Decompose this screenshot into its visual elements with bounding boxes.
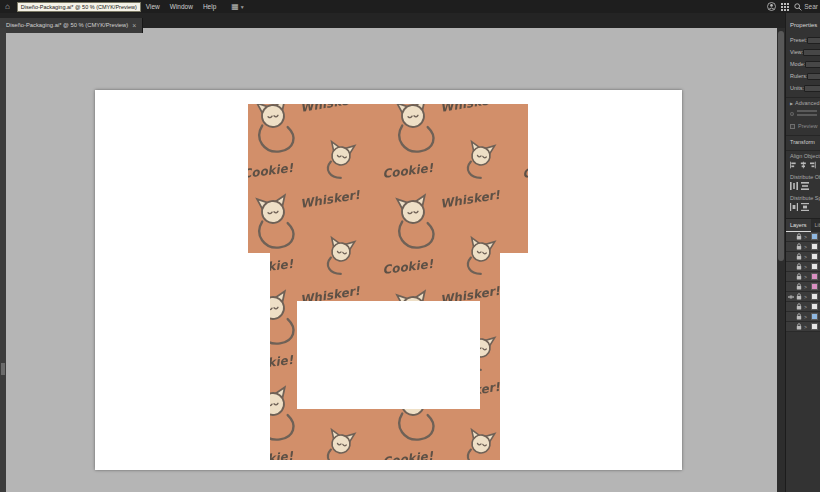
distribute-objects-label: Distribute Objects: — [786, 172, 820, 181]
layer-thumbnail[interactable] — [811, 293, 818, 300]
canvas[interactable]: Whisker! Cookie! — [6, 28, 777, 492]
lock-icon[interactable] — [796, 263, 802, 270]
search-icon[interactable] — [794, 3, 802, 11]
apps-grid-icon[interactable] — [781, 3, 789, 11]
align-left-icon[interactable] — [790, 161, 797, 169]
layer-row[interactable]: > — [786, 252, 820, 262]
layer-thumbnail[interactable] — [811, 233, 818, 240]
distribute-objects-icons — [786, 181, 820, 193]
preset-dropdown[interactable] — [807, 37, 820, 44]
spacing-vertical-icon[interactable] — [801, 203, 809, 211]
artboard[interactable]: Whisker! Cookie! — [95, 90, 682, 470]
home-icon[interactable]: ⌂ — [0, 2, 15, 11]
rulers-dropdown[interactable] — [807, 73, 820, 80]
vertical-scrollbar-thumb[interactable] — [778, 31, 784, 261]
mode-label: Mode: — [790, 61, 805, 67]
document-tab-title: Diseño-Packaging.ai* @ 50 % (CMYK/Previe… — [6, 22, 128, 28]
layer-row[interactable]: > — [786, 232, 820, 242]
workspace-switcher-icon[interactable]: ▦ — [231, 2, 239, 11]
lock-icon[interactable] — [796, 273, 802, 280]
chevron-right-icon[interactable]: > — [804, 314, 807, 320]
tools-dock[interactable] — [0, 28, 6, 492]
layer-thumbnail[interactable] — [811, 313, 818, 320]
layer-row[interactable]: > — [786, 302, 820, 312]
packaging-window-cutout[interactable] — [297, 301, 480, 409]
lock-icon[interactable] — [796, 313, 802, 320]
layer-thumbnail[interactable] — [811, 303, 818, 310]
panel-row-mode: Mode: — [786, 58, 820, 70]
chevron-right-icon[interactable]: > — [804, 294, 807, 300]
layer-row[interactable]: > — [786, 272, 820, 282]
packaging-artwork[interactable]: Whisker! Cookie! — [95, 90, 682, 470]
chevron-right-icon[interactable]: > — [804, 324, 807, 330]
layer-row[interactable]: > — [786, 262, 820, 272]
packaging-top-panel[interactable] — [248, 104, 528, 253]
document-title-tooltip: Diseño-Packaging.ai* @ 50 % (CMYK/Previe… — [17, 2, 141, 12]
lock-icon[interactable] — [796, 253, 802, 260]
align-right-icon[interactable] — [809, 161, 816, 169]
chevron-down-icon[interactable]: ▼ — [240, 4, 245, 10]
search-label[interactable]: Sear — [804, 3, 818, 10]
align-objects-label: Align Objects: — [786, 150, 820, 160]
document-tabbar: Diseño-Packaging.ai* @ 50 % (CMYK/Previe… — [0, 13, 820, 28]
tab-layers[interactable]: Layers — [786, 219, 811, 232]
preview-label: Preview — [798, 123, 818, 129]
layer-row[interactable]: > — [786, 242, 820, 252]
chevron-right-icon[interactable]: > — [804, 284, 807, 290]
units-dropdown[interactable] — [804, 85, 820, 92]
lock-icon[interactable] — [796, 293, 802, 300]
eye-icon[interactable] — [788, 294, 794, 300]
distribute-spacing-icons — [786, 202, 820, 214]
preview-checkbox[interactable] — [790, 124, 795, 129]
lock-icon[interactable] — [796, 233, 802, 240]
chevron-right-icon[interactable]: > — [804, 304, 807, 310]
panel-tabs: Layers Libraries — [786, 218, 820, 232]
vertical-scrollbar[interactable] — [777, 28, 785, 492]
layer-thumbnail[interactable] — [811, 263, 818, 270]
distribute-horizontal-icon[interactable] — [790, 182, 798, 190]
layer-thumbnail[interactable] — [811, 243, 818, 250]
align-center-icon[interactable] — [800, 161, 807, 169]
transform-header: Transform — [786, 135, 820, 147]
lock-icon[interactable] — [796, 323, 802, 330]
preview-row: Preview — [786, 120, 820, 132]
dock-grip-handle[interactable] — [1, 363, 5, 375]
units-label: Units: — [790, 85, 804, 91]
lock-icon[interactable] — [796, 283, 802, 290]
account-icon[interactable] — [767, 2, 776, 11]
lock-icon[interactable] — [796, 303, 802, 310]
spacing-horizontal-icon[interactable] — [790, 203, 798, 211]
layer-thumbnail[interactable] — [811, 283, 818, 290]
menu-help[interactable]: Help — [198, 3, 221, 10]
layer-row[interactable]: > — [786, 292, 820, 302]
view-dropdown[interactable] — [803, 49, 820, 56]
panel-row-preset: Preset: — [786, 34, 820, 46]
tab-libraries[interactable]: Libraries — [811, 219, 820, 232]
panel-row-view: View: — [786, 46, 820, 58]
menu-window[interactable]: Window — [165, 3, 198, 10]
layer-thumbnail[interactable] — [811, 253, 818, 260]
distribute-vertical-icon[interactable] — [801, 182, 809, 190]
layer-row[interactable]: > — [786, 312, 820, 322]
chevron-right-icon[interactable]: > — [804, 274, 807, 280]
lock-icon[interactable] — [796, 243, 802, 250]
layer-thumbnail[interactable] — [811, 323, 818, 330]
info-text-redacted — [797, 110, 817, 118]
chevron-right-icon[interactable]: > — [804, 234, 807, 240]
chevron-right-icon[interactable]: > — [804, 264, 807, 270]
chevron-right-icon[interactable]: > — [804, 254, 807, 260]
close-icon[interactable]: × — [132, 22, 136, 29]
mode-dropdown[interactable] — [805, 61, 820, 68]
layer-row[interactable]: > — [786, 282, 820, 292]
chevron-right-icon[interactable]: > — [804, 244, 807, 250]
view-label: View: — [790, 49, 803, 55]
layer-thumbnail[interactable] — [811, 273, 818, 280]
advanced-toggle[interactable]: ▶Advanced — [786, 97, 820, 107]
document-tab[interactable]: Diseño-Packaging.ai* @ 50 % (CMYK/Previe… — [0, 18, 143, 33]
layer-row[interactable]: > — [786, 322, 820, 332]
align-objects-icons — [786, 160, 820, 172]
menu-view[interactable]: View — [141, 3, 165, 10]
menubar: ⌂ Diseño-Packaging.ai* @ 50 % (CMYK/Prev… — [0, 0, 820, 13]
distribute-spacing-label: Distribute Spacing: — [786, 193, 820, 202]
info-icon — [790, 110, 794, 118]
